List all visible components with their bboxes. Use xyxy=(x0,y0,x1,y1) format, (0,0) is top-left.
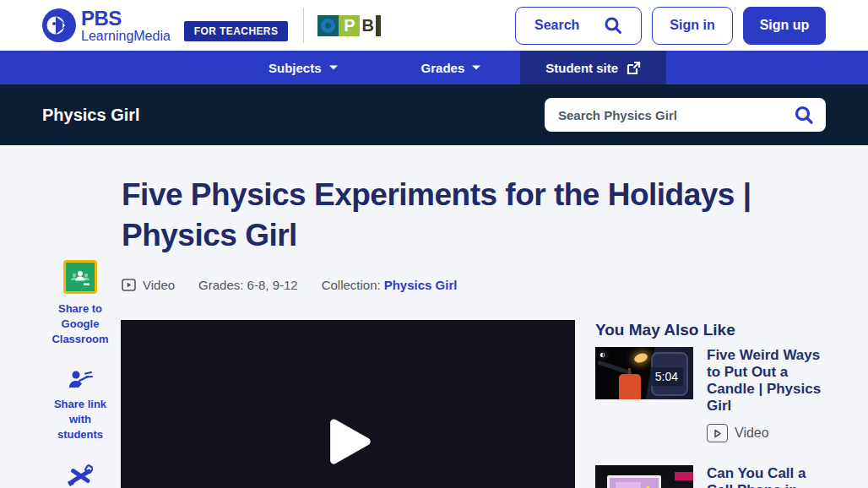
related-heading: You May Also Like xyxy=(595,321,836,339)
related-card-cellphone[interactable]: Can You Call a Cell Phone in xyxy=(595,465,836,488)
sign-up-button[interactable]: Sign up xyxy=(743,7,826,45)
media-type: Video xyxy=(122,278,175,292)
collection-search-input[interactable] xyxy=(558,108,787,122)
external-link-icon xyxy=(627,61,641,75)
student-site-label: Student site xyxy=(545,61,618,75)
pbs-logo-text: PBS LearningMedia xyxy=(81,8,171,43)
collection-search-box xyxy=(545,98,826,132)
share-link-students-button[interactable]: Share link with students xyxy=(51,369,110,442)
media-type-label: Video xyxy=(143,278,175,292)
chevron-down-icon xyxy=(471,64,481,71)
collection-title-link[interactable]: Physics Girl xyxy=(42,106,140,125)
share-rail: Share to Google Classroom Share link wit… xyxy=(46,260,115,488)
video-duration-badge: 5:04 xyxy=(650,367,683,386)
opb-station-logo[interactable]: P B xyxy=(317,15,381,36)
opb-letter-o xyxy=(317,15,339,36)
header-divider xyxy=(303,8,304,43)
learningmedia-text: LearningMedia xyxy=(81,30,171,43)
opb-letter-b: B xyxy=(360,15,381,36)
related-card-candle[interactable]: 5:04 Five Weird Ways to Put Out a Candle… xyxy=(595,347,836,442)
nav-grades-label: Grades xyxy=(421,61,465,75)
nav-student-site-link[interactable]: Student site xyxy=(520,51,666,84)
pbs-learningmedia-logo[interactable]: PBS LearningMedia xyxy=(42,8,171,43)
share-google-classroom-label: Share to Google Classroom xyxy=(46,301,115,347)
candle-video-thumbnail[interactable]: 5:04 xyxy=(595,347,693,399)
collection-meta-link[interactable]: Physics Girl xyxy=(384,278,458,292)
build-tools-icon xyxy=(68,464,93,488)
search-icon xyxy=(604,16,622,35)
google-classroom-icon xyxy=(63,260,97,294)
share-link-students-label: Share link with students xyxy=(51,397,110,442)
related-card-type-label: Video xyxy=(735,426,769,441)
main-navbar: Subjects Grades Student site xyxy=(0,51,868,84)
collection-meta: Collection:Physics Girl xyxy=(322,278,458,292)
build-lesson-button[interactable]: Build a xyxy=(62,464,98,488)
collection-search-submit[interactable] xyxy=(787,101,821,128)
cellphone-video-thumbnail[interactable] xyxy=(595,465,693,488)
pbs-logo-icon xyxy=(598,350,609,361)
play-button-icon[interactable] xyxy=(326,416,373,467)
related-card-title[interactable]: Five Weird Ways to Put Out a Candle | Ph… xyxy=(707,347,827,415)
pbs-learningmedia-page: PBS LearningMedia FOR TEACHERS P B Searc… xyxy=(0,0,868,488)
resource-meta-row: Video Grades: 6-8, 9-12 Collection:Physi… xyxy=(122,278,457,292)
nav-grades-dropdown[interactable]: Grades xyxy=(404,51,499,84)
video-player[interactable] xyxy=(121,320,575,488)
header-search-button[interactable]: Search xyxy=(515,7,642,45)
chevron-down-icon xyxy=(328,64,339,71)
search-button-label: Search xyxy=(534,18,579,33)
person-share-icon xyxy=(68,369,93,389)
resource-title: Five Physics Experiments for the Holiday… xyxy=(122,175,831,256)
related-section: You May Also Like 5:04 Five Weird Ways t… xyxy=(595,321,836,488)
sign-in-button[interactable]: Sign in xyxy=(652,7,733,45)
header: PBS LearningMedia FOR TEACHERS P B Searc… xyxy=(0,0,868,51)
pbs-logo-icon xyxy=(42,8,76,42)
nav-subjects-dropdown[interactable]: Subjects xyxy=(252,51,355,84)
collection-bar: Physics Girl xyxy=(0,84,868,145)
collection-meta-label: Collection: xyxy=(322,278,381,292)
for-teachers-badge: FOR TEACHERS xyxy=(184,21,288,41)
related-card-title[interactable]: Can You Call a Cell Phone in xyxy=(707,465,827,488)
grades-text: Grades: 6-8, 9-12 xyxy=(198,278,298,292)
opb-letter-p: P xyxy=(339,15,360,36)
nav-subjects-label: Subjects xyxy=(269,61,322,75)
search-icon xyxy=(794,105,814,125)
video-play-icon xyxy=(707,424,728,442)
related-card-media-type: Video xyxy=(707,424,827,442)
video-play-icon xyxy=(122,279,136,291)
share-google-classroom-button[interactable]: Share to Google Classroom xyxy=(46,260,115,347)
pbs-brand-text: PBS xyxy=(81,8,171,29)
